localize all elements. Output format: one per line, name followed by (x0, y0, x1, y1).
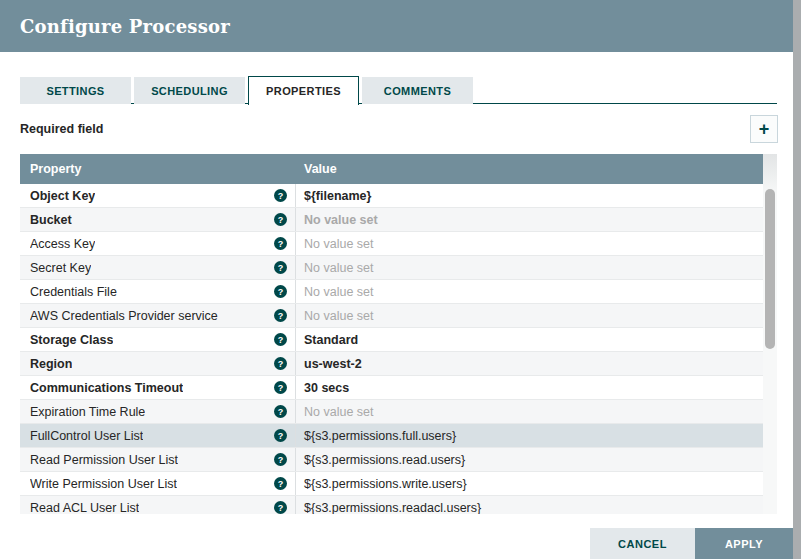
property-name-label: AWS Credentials Provider service (30, 309, 218, 323)
help-icon[interactable]: ? (274, 501, 287, 514)
table-row[interactable]: AWS Credentials Provider service?No valu… (20, 304, 763, 328)
property-name-label: Credentials File (30, 285, 117, 299)
configure-processor-dialog: Configure Processor SETTINGSSCHEDULINGPR… (0, 0, 793, 559)
property-value[interactable]: ${filename} (296, 189, 763, 203)
property-value[interactable]: ${s3.permissions.readacl.users} (296, 501, 763, 515)
property-name-cell: Credentials File? (20, 280, 296, 303)
tab-scheduling[interactable]: SCHEDULING (134, 77, 245, 104)
property-name-label: Expiration Time Rule (30, 405, 145, 419)
property-value[interactable]: ${s3.permissions.read.users} (296, 453, 763, 467)
help-icon[interactable]: ? (274, 333, 287, 346)
property-name-label: Read Permission User List (30, 453, 178, 467)
dialog-header: Configure Processor (0, 0, 793, 52)
property-name-cell: Expiration Time Rule? (20, 400, 296, 423)
property-name-label: Write Permission User List (30, 477, 177, 491)
apply-button[interactable]: APPLY (695, 528, 793, 559)
table-body: Object Key?${filename}Bucket?No value se… (20, 184, 763, 514)
properties-toolbar: Required field + (0, 104, 793, 154)
property-name-label: Access Key (30, 237, 95, 251)
help-icon[interactable]: ? (274, 237, 287, 250)
required-field-label: Required field (20, 122, 103, 136)
property-value[interactable]: Standard (296, 333, 763, 347)
property-value[interactable]: ${s3.permissions.full.users} (296, 429, 763, 443)
property-name-cell: Bucket? (20, 208, 296, 231)
tab-properties[interactable]: PROPERTIES (248, 76, 359, 105)
property-name-label: Region (30, 357, 72, 371)
column-header-property: Property (20, 162, 296, 176)
help-icon[interactable]: ? (274, 453, 287, 466)
help-icon[interactable]: ? (274, 309, 287, 322)
table-row[interactable]: Read Permission User List?${s3.permissio… (20, 448, 763, 472)
help-icon[interactable]: ? (274, 429, 287, 442)
property-name-label: Communications Timeout (30, 381, 183, 395)
tab-comments[interactable]: COMMENTS (362, 77, 473, 104)
table-row[interactable]: Region?us-west-2 (20, 352, 763, 376)
property-value[interactable]: No value set (296, 237, 763, 251)
table-row[interactable]: Storage Class?Standard (20, 328, 763, 352)
tab-settings[interactable]: SETTINGS (20, 77, 131, 104)
property-value[interactable]: No value set (296, 261, 763, 275)
help-icon[interactable]: ? (274, 357, 287, 370)
property-value[interactable]: ${s3.permissions.write.users} (296, 477, 763, 491)
properties-table: Property Value Object Key?${filename}Buc… (20, 154, 777, 514)
table-row[interactable]: Object Key?${filename} (20, 184, 763, 208)
plus-icon: + (759, 120, 770, 138)
property-name-cell: Write Permission User List? (20, 472, 296, 495)
property-name-cell: Storage Class? (20, 328, 296, 351)
table-row[interactable]: FullControl User List?${s3.permissions.f… (20, 424, 763, 448)
property-name-label: Storage Class (30, 333, 113, 347)
property-name-cell: Read ACL User List? (20, 496, 296, 514)
property-value[interactable]: 30 secs (296, 381, 763, 395)
table-row[interactable]: Access Key?No value set (20, 232, 763, 256)
property-value[interactable]: No value set (296, 213, 763, 227)
help-icon[interactable]: ? (274, 477, 287, 490)
property-name-cell: FullControl User List? (20, 424, 296, 447)
property-name-label: Object Key (30, 189, 95, 203)
add-property-button[interactable]: + (750, 115, 778, 143)
property-value[interactable]: No value set (296, 405, 763, 419)
table-row[interactable]: Expiration Time Rule?No value set (20, 400, 763, 424)
cancel-button[interactable]: CANCEL (590, 528, 695, 559)
help-icon[interactable]: ? (274, 405, 287, 418)
property-name-cell: Read Permission User List? (20, 448, 296, 471)
help-icon[interactable]: ? (274, 189, 287, 202)
table-row[interactable]: Write Permission User List?${s3.permissi… (20, 472, 763, 496)
property-name-label: FullControl User List (30, 429, 143, 443)
table-row[interactable]: Communications Timeout?30 secs (20, 376, 763, 400)
scrollbar-thumb[interactable] (765, 189, 775, 349)
table-header-row: Property Value (20, 154, 763, 184)
property-name-cell: Communications Timeout? (20, 376, 296, 399)
table-row[interactable]: Secret Key?No value set (20, 256, 763, 280)
help-icon[interactable]: ? (274, 285, 287, 298)
property-name-cell: Secret Key? (20, 256, 296, 279)
dialog-footer: CANCEL APPLY (590, 528, 793, 559)
property-name-label: Bucket (30, 213, 72, 227)
column-header-value: Value (296, 162, 337, 176)
help-icon[interactable]: ? (274, 261, 287, 274)
property-name-cell: Access Key? (20, 232, 296, 255)
property-name-label: Read ACL User List (30, 501, 139, 515)
property-name-cell: Region? (20, 352, 296, 375)
dialog-title: Configure Processor (20, 16, 230, 37)
help-icon[interactable]: ? (274, 213, 287, 226)
property-name-label: Secret Key (30, 261, 91, 275)
property-value[interactable]: No value set (296, 309, 763, 323)
property-value[interactable]: No value set (296, 285, 763, 299)
table-row[interactable]: Read ACL User List?${s3.permissions.read… (20, 496, 763, 514)
vertical-scrollbar-track[interactable] (763, 154, 777, 514)
help-icon[interactable]: ? (274, 381, 287, 394)
property-name-cell: Object Key? (20, 184, 296, 207)
property-name-cell: AWS Credentials Provider service? (20, 304, 296, 327)
table-row[interactable]: Bucket?No value set (20, 208, 763, 232)
tab-bar: SETTINGSSCHEDULINGPROPERTIESCOMMENTS (20, 76, 777, 104)
property-value[interactable]: us-west-2 (296, 357, 763, 371)
table-row[interactable]: Credentials File?No value set (20, 280, 763, 304)
